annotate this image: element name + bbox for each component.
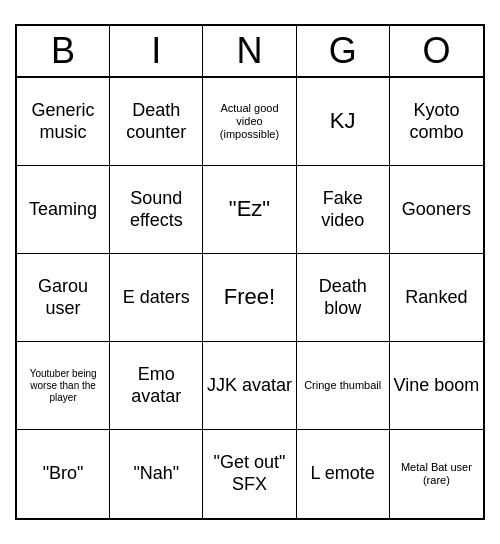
cell-text-0: Generic music — [20, 100, 106, 143]
letter-i: I — [110, 26, 203, 76]
letter-b: B — [17, 26, 110, 76]
cell-text-7: "Ez" — [229, 196, 270, 222]
bingo-cell-13[interactable]: Death blow — [297, 254, 390, 342]
bingo-cell-4[interactable]: Kyoto combo — [390, 78, 483, 166]
bingo-cell-22[interactable]: "Get out" SFX — [203, 430, 296, 518]
cell-text-1: Death counter — [113, 100, 199, 143]
bingo-grid: Generic musicDeath counterActual good vi… — [17, 78, 483, 518]
cell-text-4: Kyoto combo — [393, 100, 480, 143]
letter-n: N — [203, 26, 296, 76]
cell-text-19: Vine boom — [394, 375, 480, 397]
bingo-cell-14[interactable]: Ranked — [390, 254, 483, 342]
cell-text-22: "Get out" SFX — [206, 452, 292, 495]
bingo-cell-3[interactable]: KJ — [297, 78, 390, 166]
bingo-cell-20[interactable]: "Bro" — [17, 430, 110, 518]
cell-text-14: Ranked — [405, 287, 467, 309]
bingo-cell-24[interactable]: Metal Bat user (rare) — [390, 430, 483, 518]
bingo-cell-1[interactable]: Death counter — [110, 78, 203, 166]
cell-text-12: Free! — [224, 284, 275, 310]
cell-text-23: L emote — [311, 463, 375, 485]
letter-o: O — [390, 26, 483, 76]
cell-text-11: E daters — [123, 287, 190, 309]
cell-text-20: "Bro" — [43, 463, 84, 485]
bingo-header: B I N G O — [17, 26, 483, 78]
cell-text-21: "Nah" — [133, 463, 179, 485]
cell-text-9: Gooners — [402, 199, 471, 221]
bingo-cell-2[interactable]: Actual good video (impossible) — [203, 78, 296, 166]
cell-text-24: Metal Bat user (rare) — [393, 461, 480, 487]
cell-text-3: KJ — [330, 108, 356, 134]
bingo-cell-15[interactable]: Youtuber being worse than the player — [17, 342, 110, 430]
bingo-cell-18[interactable]: Cringe thumbail — [297, 342, 390, 430]
cell-text-5: Teaming — [29, 199, 97, 221]
bingo-cell-9[interactable]: Gooners — [390, 166, 483, 254]
cell-text-15: Youtuber being worse than the player — [20, 368, 106, 404]
bingo-cell-16[interactable]: Emo avatar — [110, 342, 203, 430]
bingo-cell-7[interactable]: "Ez" — [203, 166, 296, 254]
cell-text-6: Sound effects — [113, 188, 199, 231]
cell-text-10: Garou user — [20, 276, 106, 319]
cell-text-13: Death blow — [300, 276, 386, 319]
cell-text-2: Actual good video (impossible) — [206, 102, 292, 142]
bingo-cell-6[interactable]: Sound effects — [110, 166, 203, 254]
cell-text-8: Fake video — [300, 188, 386, 231]
bingo-card: B I N G O Generic musicDeath counterActu… — [15, 24, 485, 520]
bingo-cell-5[interactable]: Teaming — [17, 166, 110, 254]
bingo-cell-19[interactable]: Vine boom — [390, 342, 483, 430]
bingo-cell-12[interactable]: Free! — [203, 254, 296, 342]
bingo-cell-10[interactable]: Garou user — [17, 254, 110, 342]
cell-text-16: Emo avatar — [113, 364, 199, 407]
cell-text-17: JJK avatar — [207, 375, 292, 397]
letter-g: G — [297, 26, 390, 76]
bingo-cell-8[interactable]: Fake video — [297, 166, 390, 254]
bingo-cell-17[interactable]: JJK avatar — [203, 342, 296, 430]
bingo-cell-21[interactable]: "Nah" — [110, 430, 203, 518]
bingo-cell-23[interactable]: L emote — [297, 430, 390, 518]
bingo-cell-11[interactable]: E daters — [110, 254, 203, 342]
bingo-cell-0[interactable]: Generic music — [17, 78, 110, 166]
cell-text-18: Cringe thumbail — [304, 379, 381, 392]
